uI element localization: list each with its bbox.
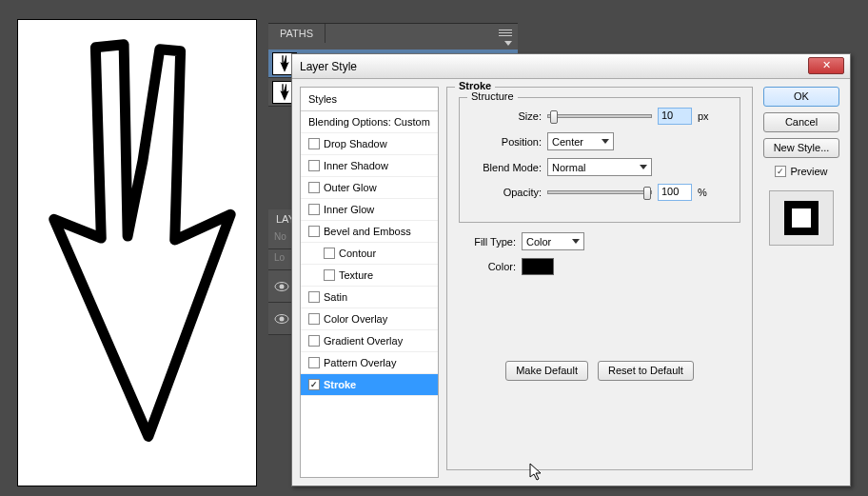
checkbox[interactable] <box>308 138 320 149</box>
slider-thumb[interactable] <box>643 187 651 200</box>
preview-label: Preview <box>790 166 827 177</box>
checkbox[interactable] <box>308 313 320 325</box>
style-item-inner-glow[interactable]: Inner Glow <box>301 199 438 221</box>
reset-default-button[interactable]: Reset to Default <box>598 361 694 381</box>
style-item-satin[interactable]: Satin <box>301 287 438 308</box>
chevron-down-icon <box>602 139 609 144</box>
panel-menu-icon[interactable] <box>499 30 512 39</box>
style-item-stroke[interactable]: ✓Stroke <box>301 374 438 396</box>
cancel-button[interactable]: Cancel <box>763 112 839 132</box>
blend-mode-select[interactable]: Normal <box>547 158 652 176</box>
visibility-eye-icon[interactable] <box>274 281 289 292</box>
checkbox[interactable] <box>308 204 320 215</box>
svg-point-1 <box>280 284 285 288</box>
new-style-button[interactable]: New Style... <box>763 138 839 158</box>
close-button[interactable]: ✕ <box>808 57 844 74</box>
checkbox[interactable] <box>308 182 320 193</box>
chevron-down-icon <box>640 165 647 169</box>
ok-button[interactable]: OK <box>763 87 839 107</box>
checkbox[interactable] <box>324 269 335 281</box>
style-item-texture[interactable]: Texture <box>301 265 438 287</box>
styles-list: Styles Blending Options: Custom Drop Sha… <box>300 87 439 478</box>
size-label: Size: <box>471 110 542 122</box>
checkbox[interactable] <box>308 357 320 368</box>
fill-type-select[interactable]: Color <box>522 232 584 250</box>
style-item-gradient-overlay[interactable]: Gradient Overlay <box>301 330 438 352</box>
slider-thumb[interactable] <box>550 110 558 124</box>
chevron-down-icon <box>572 239 580 244</box>
position-label: Position: <box>471 136 542 148</box>
style-item-contour[interactable]: Contour <box>301 243 438 265</box>
opacity-unit: % <box>698 187 707 198</box>
style-item-bevel-emboss[interactable]: Bevel and Emboss <box>301 221 438 243</box>
paths-panel: PATHS <box>268 23 518 50</box>
color-label: Color: <box>459 261 516 272</box>
style-item-pattern-overlay[interactable]: Pattern Overlay <box>301 352 438 374</box>
checkbox[interactable] <box>308 160 320 171</box>
make-default-button[interactable]: Make Default <box>505 361 588 381</box>
checkbox[interactable] <box>308 291 320 303</box>
preview-checkbox[interactable]: ✓ <box>775 166 786 177</box>
svg-point-3 <box>280 316 285 321</box>
paths-tab[interactable]: PATHS <box>268 24 326 43</box>
dialog-title: Layer Style <box>300 60 357 73</box>
checkbox[interactable] <box>308 335 320 347</box>
preview-thumbnail <box>769 190 834 246</box>
fill-type-label: Fill Type: <box>459 236 516 248</box>
visibility-eye-icon[interactable] <box>274 313 289 325</box>
blending-options-item[interactable]: Blending Options: Custom <box>301 111 438 133</box>
panel-dropdown-icon[interactable] <box>504 41 512 46</box>
preview-square-icon <box>784 201 819 235</box>
checkbox[interactable] <box>324 248 335 259</box>
color-swatch[interactable] <box>522 258 554 275</box>
document-canvas[interactable] <box>17 19 257 486</box>
style-item-inner-shadow[interactable]: Inner Shadow <box>301 155 438 177</box>
position-select[interactable]: Center <box>547 132 614 150</box>
size-unit: px <box>698 110 709 122</box>
arrow-shape-path <box>18 20 256 486</box>
subgroup-title-structure: Structure <box>467 90 518 102</box>
opacity-slider[interactable] <box>547 190 652 194</box>
settings-panel: Stroke Structure Size: 10 px Position: C… <box>446 87 753 478</box>
opacity-input[interactable]: 100 <box>658 184 692 201</box>
checkbox[interactable] <box>308 226 320 237</box>
opacity-label: Opacity: <box>471 187 542 198</box>
dialog-titlebar[interactable]: Layer Style ✕ <box>292 54 850 79</box>
size-input[interactable]: 10 <box>658 108 692 125</box>
styles-header[interactable]: Styles <box>301 88 438 111</box>
style-item-outer-glow[interactable]: Outer Glow <box>301 177 438 199</box>
layer-style-dialog: Layer Style ✕ Styles Blending Options: C… <box>291 53 851 486</box>
blend-mode-label: Blend Mode: <box>471 162 542 173</box>
style-item-drop-shadow[interactable]: Drop Shadow <box>301 133 438 155</box>
checkbox[interactable]: ✓ <box>308 379 320 390</box>
size-slider[interactable] <box>547 114 652 118</box>
preview-checkbox-row[interactable]: ✓ Preview <box>775 166 827 177</box>
dialog-buttons: OK Cancel New Style... ✓ Preview <box>760 87 842 478</box>
style-item-color-overlay[interactable]: Color Overlay <box>301 308 438 330</box>
